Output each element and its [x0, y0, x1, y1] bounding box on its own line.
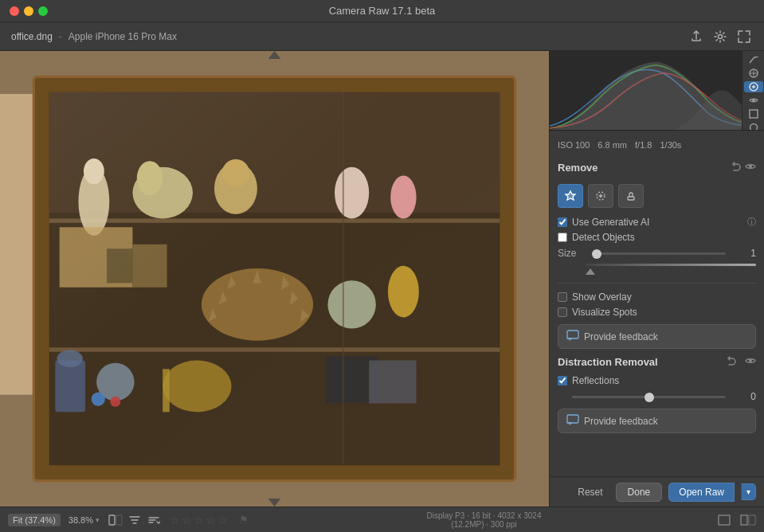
histogram-area: ··· — [550, 51, 764, 131]
remove-feedback-label: Provide feedback — [584, 331, 658, 342]
generative-ai-label: Use Generative AI — [572, 217, 649, 228]
svg-rect-52 — [567, 331, 578, 338]
titlebar: Camera Raw 17.1 beta — [0, 0, 764, 22]
maximize-button[interactable] — [38, 6, 48, 16]
aperture-value: f/1.8 — [635, 140, 652, 150]
svg-rect-57 — [719, 515, 730, 525]
flag-icon[interactable]: ⚑ — [236, 512, 252, 528]
size-value: 1 — [732, 248, 756, 259]
distraction-visibility-icon[interactable] — [745, 355, 756, 369]
tool-row — [558, 184, 756, 208]
layer-panel-icon[interactable] — [744, 122, 763, 131]
feedback-chat-icon-2 — [566, 414, 579, 428]
size-slider-row: Size 1 — [558, 248, 756, 259]
shutter-value: 1/30s — [660, 140, 681, 150]
hsl-panel-icon[interactable] — [744, 68, 763, 79]
stars-row: ☆ ☆ ☆ ☆ ☆ — [170, 514, 228, 526]
image-info: Display P3 · 16 bit · 4032 x 3024 (12.2M… — [412, 511, 556, 529]
visualize-spots-label: Visualize Spots — [572, 307, 637, 318]
detect-objects-checkbox[interactable] — [558, 233, 567, 242]
before-after-icon[interactable] — [108, 512, 123, 528]
size-slider-thumb[interactable] — [592, 249, 601, 259]
frame-panel-icon[interactable] — [744, 108, 763, 119]
view-controls — [108, 512, 162, 528]
svg-point-48 — [750, 124, 757, 131]
open-raw-button[interactable]: Open Raw — [668, 483, 735, 502]
reflections-slider-track[interactable] — [572, 396, 726, 398]
minimize-button[interactable] — [24, 6, 33, 16]
subtoolbar: office.dng - Apple iPhone 16 Pro Max — [0, 22, 764, 51]
svg-point-0 — [719, 34, 723, 38]
size-gradient-indicator — [558, 264, 756, 275]
svg-rect-58 — [741, 515, 747, 525]
show-overlay-label: Show Overlay — [572, 291, 632, 303]
settings-icon[interactable] — [711, 28, 729, 45]
canvas-image — [0, 51, 549, 507]
fullscreen-icon[interactable] — [735, 28, 753, 45]
show-overlay-checkbox[interactable] — [558, 292, 567, 302]
remove-feedback-button[interactable]: Provide feedback — [558, 324, 756, 349]
device-label: Apple iPhone 16 Pro Max — [69, 31, 177, 42]
svg-rect-47 — [750, 110, 758, 118]
svg-rect-55 — [109, 515, 115, 525]
star-3[interactable]: ☆ — [194, 514, 204, 526]
svg-point-49 — [749, 165, 752, 168]
curves-panel-icon[interactable] — [744, 54, 763, 65]
export-icon[interactable] — [688, 28, 705, 45]
visualize-spots-row: Visualize Spots — [558, 307, 756, 318]
close-button[interactable] — [10, 6, 19, 16]
filter-icon[interactable] — [127, 512, 143, 528]
distraction-header: Distraction Removal — [558, 355, 756, 369]
main-layout: ··· ISO 100 6.8 mm f/1.8 1/30s Remove — [0, 51, 764, 507]
visualize-spots-checkbox[interactable] — [558, 307, 567, 317]
sort-icon[interactable] — [146, 512, 162, 528]
compare-square-icon[interactable] — [716, 512, 732, 528]
undo-icon[interactable] — [731, 161, 742, 174]
size-label: Size — [558, 248, 586, 259]
app-title: Camera Raw 17.1 beta — [329, 5, 436, 17]
right-panel: ··· ISO 100 6.8 mm f/1.8 1/30s Remove — [549, 51, 764, 507]
zoom-control: 38.8% ▾ — [69, 515, 100, 525]
heal-tool-btn[interactable] — [558, 184, 583, 208]
remove-section-header: Remove — [558, 161, 756, 178]
detect-objects-label: Detect Objects — [572, 232, 635, 243]
patch-tool-btn[interactable] — [588, 184, 613, 208]
distraction-feedback-label: Provide feedback — [584, 416, 658, 427]
focal-value: 6.8 mm — [597, 140, 627, 150]
remove-panel-icon[interactable] — [744, 81, 763, 92]
eye-panel-icon[interactable] — [744, 95, 763, 106]
generative-ai-info-icon[interactable]: ⓘ — [747, 216, 756, 228]
svg-rect-51 — [628, 197, 634, 200]
size-slider-track[interactable] — [592, 252, 726, 255]
feedback-chat-icon-1 — [566, 330, 579, 343]
zoom-chevron-icon[interactable]: ▾ — [96, 516, 100, 524]
action-bar: Reset Done Open Raw ▾ — [550, 476, 764, 507]
reflections-label: Reflections — [572, 375, 619, 386]
canvas-area[interactable] — [0, 51, 549, 507]
star-1[interactable]: ☆ — [170, 514, 180, 526]
stamp-tool-btn[interactable] — [618, 184, 644, 208]
distraction-undo-icon[interactable] — [726, 355, 737, 369]
remove-title: Remove — [558, 162, 727, 174]
fit-label[interactable]: Fit (37.4%) — [8, 514, 61, 526]
done-button[interactable]: Done — [616, 483, 663, 502]
iso-value: ISO 100 — [558, 140, 590, 150]
star-4[interactable]: ☆ — [206, 514, 216, 526]
remove-visibility-icon[interactable] — [745, 161, 756, 174]
generative-ai-checkbox[interactable] — [558, 217, 567, 227]
reflections-checkbox[interactable] — [558, 376, 567, 385]
star-5[interactable]: ☆ — [217, 514, 228, 526]
star-2[interactable]: ☆ — [182, 514, 192, 526]
bottom-bar: Fit (37.4%) 38.8% ▾ ☆ ☆ ☆ ☆ ☆ ⚑ — [0, 507, 764, 532]
distraction-title: Distraction Removal — [558, 356, 718, 368]
filmstrip-icon[interactable] — [740, 512, 756, 528]
reflections-row: Reflections — [558, 375, 756, 386]
open-raw-chevron-button[interactable]: ▾ — [741, 483, 756, 500]
reflections-slider-thumb[interactable] — [645, 393, 654, 402]
panel-content: ISO 100 6.8 mm f/1.8 1/30s Remove — [550, 131, 764, 476]
svg-rect-42 — [49, 92, 500, 465]
reset-button[interactable]: Reset — [571, 483, 609, 501]
distraction-feedback-button[interactable]: Provide feedback — [558, 409, 756, 433]
filename-label: office.dng — [11, 31, 53, 42]
divider-1 — [558, 283, 756, 284]
